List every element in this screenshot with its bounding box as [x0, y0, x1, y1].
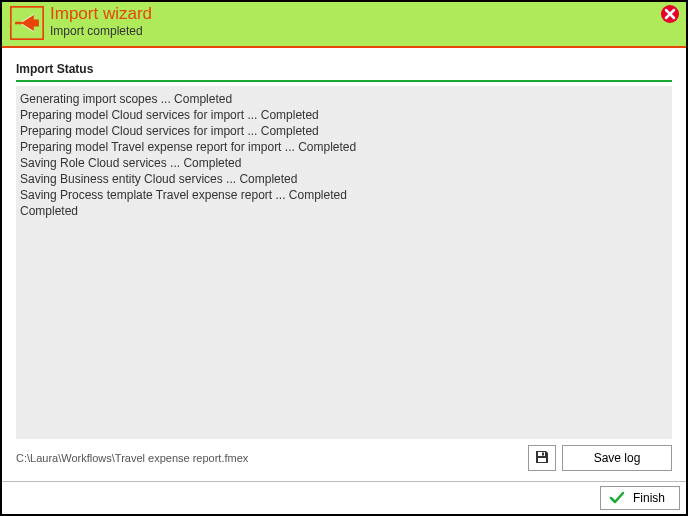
log-line: Saving Business entity Cloud services ..…: [20, 171, 668, 187]
save-log-button[interactable]: Save log: [562, 445, 672, 471]
wizard-title: Import wizard: [50, 4, 152, 24]
log-line: Preparing model Cloud services for impor…: [20, 123, 668, 139]
file-path: C:\Laura\Workflows\Travel expense report…: [16, 452, 522, 464]
close-button[interactable]: [660, 4, 680, 24]
log-line: Saving Role Cloud services ... Completed: [20, 155, 668, 171]
section-divider: [16, 80, 672, 82]
wizard-header: Import wizard Import completed: [2, 2, 686, 48]
import-wizard-window: Import wizard Import completed Import St…: [0, 0, 688, 516]
log-line: Preparing model Cloud services for impor…: [20, 107, 668, 123]
wizard-subtitle: Import completed: [50, 24, 152, 38]
wizard-body: Import Status Generating import scopes .…: [2, 48, 686, 481]
log-line: Generating import scopes ... Completed: [20, 91, 668, 107]
file-path-row: C:\Laura\Workflows\Travel expense report…: [16, 445, 672, 471]
check-icon: [609, 490, 625, 506]
log-line: Saving Process template Travel expense r…: [20, 187, 668, 203]
save-disk-icon: [534, 449, 550, 468]
import-log: Generating import scopes ... CompletedPr…: [16, 86, 672, 439]
finish-button-label: Finish: [633, 491, 665, 505]
section-title: Import Status: [16, 62, 672, 76]
svg-rect-3: [538, 458, 546, 462]
import-arrow-icon: [10, 6, 44, 40]
log-line: Completed: [20, 203, 668, 219]
wizard-footer: Finish: [2, 481, 686, 514]
log-line: Preparing model Travel expense report fo…: [20, 139, 668, 155]
open-file-button[interactable]: [528, 445, 556, 471]
svg-rect-4: [542, 452, 544, 455]
finish-button[interactable]: Finish: [600, 486, 680, 510]
